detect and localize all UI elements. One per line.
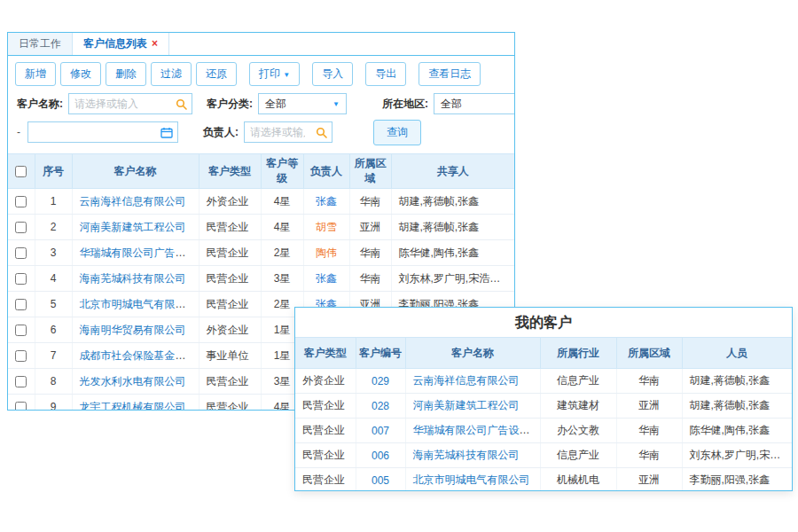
customer-name-link[interactable]: 云南海祥信息有限公司 bbox=[413, 374, 520, 387]
chevron-down-icon: ▼ bbox=[332, 100, 340, 108]
table-row: 民营企业006海南芜城科技有限公司信息产业华南刘东林,罗广明,宋浩然... bbox=[295, 443, 792, 468]
filter-button[interactable]: 过滤 bbox=[151, 62, 192, 86]
customer-name-link[interactable]: 海南芜城科技有限公司 bbox=[80, 272, 186, 285]
select-all-checkbox[interactable] bbox=[15, 166, 27, 177]
customer-name-link[interactable]: 华瑞城有限公司广告设计部 bbox=[80, 246, 200, 259]
delete-button[interactable]: 删除 bbox=[106, 62, 146, 86]
row-number: 2 bbox=[35, 215, 72, 240]
customer-name-link[interactable]: 海南芜城科技有限公司 bbox=[413, 449, 520, 461]
customer-code-link[interactable]: 029 bbox=[372, 375, 389, 387]
customer-name-link[interactable]: 华瑞城有限公司广告设计部 bbox=[413, 424, 541, 436]
customer-name-cell: 云南海祥信息有限公司 bbox=[72, 189, 199, 215]
owner-link[interactable]: 张鑫 bbox=[316, 272, 337, 285]
customer-name-link[interactable]: 龙宇工程机械有限公司 bbox=[80, 401, 186, 411]
shared-people: 胡建,蒋德帧,张鑫 bbox=[391, 215, 514, 240]
row-checkbox[interactable] bbox=[15, 273, 27, 285]
table-row: 3华瑞城有限公司广告设计部民营企业2星陶伟华南陈华健,陶伟,张鑫 bbox=[8, 240, 514, 266]
owner-link[interactable]: 胡雪 bbox=[316, 221, 337, 233]
view-log-button[interactable]: 查看日志 bbox=[419, 62, 481, 86]
my-customers-table: 客户类型 客户编号 客户名称 所属行业 所属区域 人员 外资企业029云南海祥信… bbox=[295, 337, 792, 491]
customer-code-cell: 006 bbox=[356, 443, 405, 468]
owner-cell: 张鑫 bbox=[303, 189, 349, 215]
shared-people: 刘东林,罗广明,宋浩然,张鑫 bbox=[391, 266, 514, 292]
row-checkbox[interactable] bbox=[15, 350, 27, 362]
table-row: 民营企业007华瑞城有限公司广告设计部办公文教华南陈华健,陶伟,张鑫 bbox=[295, 419, 792, 443]
region-selected-value: 全部 bbox=[441, 97, 462, 112]
import-button[interactable]: 导入 bbox=[312, 62, 353, 86]
customer-code-link[interactable]: 028 bbox=[372, 400, 389, 412]
customer-code-cell: 029 bbox=[356, 369, 405, 394]
customer-type: 民营企业 bbox=[295, 419, 356, 443]
row-checkbox[interactable] bbox=[15, 325, 27, 336]
customer-name-link[interactable]: 光发水利水电有限公司 bbox=[80, 375, 186, 387]
row-number: 6 bbox=[35, 317, 72, 343]
row-select-cell bbox=[8, 369, 35, 395]
industry: 办公文教 bbox=[540, 419, 616, 443]
customer-level: 2星 bbox=[261, 240, 303, 266]
row-number: 4 bbox=[35, 266, 72, 292]
customer-level: 4星 bbox=[261, 189, 303, 215]
tab-customer-list[interactable]: 客户信息列表× bbox=[73, 33, 169, 55]
export-button[interactable]: 导出 bbox=[365, 62, 406, 86]
customer-name-link[interactable]: 北京市明城电气有限公司 bbox=[413, 473, 530, 486]
query-button[interactable]: 查询 bbox=[373, 120, 421, 145]
owner-input[interactable] bbox=[245, 126, 310, 138]
owner-link[interactable]: 陶伟 bbox=[316, 246, 337, 259]
owner-cell: 陶伟 bbox=[303, 240, 349, 266]
search-icon[interactable] bbox=[310, 122, 332, 142]
col-header-name: 客户名称 bbox=[72, 154, 199, 189]
close-icon[interactable]: × bbox=[152, 37, 158, 50]
filter-row-1: 客户名称: 客户分类: 全部 ▼ 所在地区: 全部 ▼ bbox=[17, 92, 505, 115]
row-checkbox[interactable] bbox=[15, 196, 27, 207]
row-number: 7 bbox=[35, 343, 72, 369]
restore-button[interactable]: 还原 bbox=[196, 62, 237, 86]
customer-code-link[interactable]: 007 bbox=[372, 425, 389, 437]
customer-code-link[interactable]: 006 bbox=[372, 450, 389, 462]
customer-name-link[interactable]: 河南美新建筑工程公司 bbox=[80, 221, 186, 233]
customer-type: 外资企业 bbox=[199, 189, 261, 215]
customer-name-link[interactable]: 云南海祥信息有限公司 bbox=[80, 195, 186, 207]
col-header-type: 客户类型 bbox=[295, 338, 356, 369]
category-select[interactable]: 全部 ▼ bbox=[258, 93, 347, 114]
owner-link[interactable]: 张鑫 bbox=[316, 195, 337, 207]
customer-name-input[interactable] bbox=[69, 98, 170, 110]
region: 华南 bbox=[616, 369, 682, 394]
region: 亚洲 bbox=[616, 394, 682, 419]
col-header-name: 客户名称 bbox=[405, 338, 540, 369]
customer-type: 外资企业 bbox=[295, 369, 356, 394]
owner-field bbox=[244, 121, 332, 143]
row-checkbox[interactable] bbox=[15, 222, 27, 233]
table-row: 民营企业005北京市明城电气有限公司机械机电亚洲李勤丽,阳强,张鑫 bbox=[295, 468, 792, 492]
customer-code-link[interactable]: 005 bbox=[372, 474, 389, 487]
add-button[interactable]: 新增 bbox=[15, 62, 56, 86]
customer-name-cell: 北京市明城电气有限公司 bbox=[72, 292, 199, 317]
tab-daily-work[interactable]: 日常工作 bbox=[8, 33, 73, 55]
my-customers-title: 我的客户 bbox=[295, 308, 792, 337]
region: 华南 bbox=[349, 240, 391, 266]
customer-name-link[interactable]: 北京市明城电气有限公司 bbox=[80, 298, 197, 310]
row-checkbox[interactable] bbox=[15, 299, 27, 310]
region: 华南 bbox=[616, 419, 682, 443]
print-button[interactable]: 打印 ▼ bbox=[249, 62, 300, 86]
customer-type: 民营企业 bbox=[199, 369, 261, 395]
col-header-shared: 共享人 bbox=[391, 154, 514, 189]
row-number: 1 bbox=[35, 189, 72, 215]
customer-name-link[interactable]: 海南明华贸易有限公司 bbox=[80, 324, 186, 336]
date-input[interactable] bbox=[28, 126, 156, 138]
row-checkbox[interactable] bbox=[15, 376, 27, 387]
customer-name-link[interactable]: 河南美新建筑工程公司 bbox=[413, 399, 520, 411]
row-checkbox[interactable] bbox=[15, 402, 27, 411]
calendar-icon[interactable] bbox=[156, 122, 177, 142]
industry: 信息产业 bbox=[540, 369, 616, 394]
customer-name-field bbox=[68, 93, 192, 114]
col-header-owner: 负责人 bbox=[303, 154, 349, 189]
region-label: 所在地区: bbox=[382, 97, 428, 112]
edit-button[interactable]: 修改 bbox=[60, 62, 101, 86]
customer-name-link[interactable]: 成都市社会保险基金管理... bbox=[80, 349, 200, 362]
row-checkbox[interactable] bbox=[15, 247, 27, 259]
row-select-cell bbox=[8, 266, 35, 292]
region-select[interactable]: 全部 ▼ bbox=[434, 93, 515, 114]
search-icon[interactable] bbox=[170, 94, 192, 113]
shared-people: 胡建,蒋德帧,张鑫 bbox=[391, 189, 514, 215]
customer-name-label: 客户名称: bbox=[17, 97, 63, 112]
